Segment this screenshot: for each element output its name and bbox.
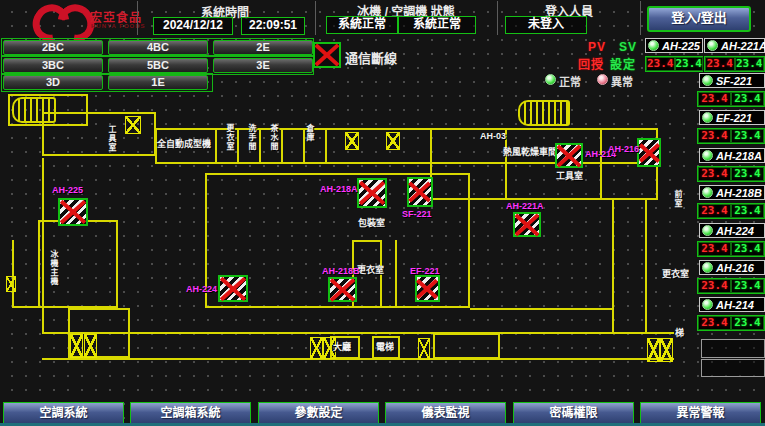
floor-button-3d[interactable]: 3D [3, 75, 103, 90]
equipment-ah-225[interactable]: AH-225 [645, 38, 703, 53]
login-logout-button[interactable]: 登入/登出 [647, 6, 751, 32]
wall [215, 130, 217, 164]
wall [12, 306, 40, 308]
equipment-label: AH-214 [716, 299, 754, 311]
pv-value: 23.4 [698, 316, 731, 330]
chiller-status-value: 系統正常 [326, 16, 398, 34]
header-divider [640, 1, 641, 35]
device-label-ah-224: AH-224 [186, 284, 217, 294]
hmi-screen: 宏亞食品 HUNYA FOODS 系統時間 2024/12/12 22:09:5… [0, 0, 765, 426]
comm-offline-label: 通信斷線 [345, 48, 397, 67]
floor-button-2e[interactable]: 2E [213, 40, 313, 55]
wall [645, 200, 647, 332]
floor-button-4bc[interactable]: 4BC [108, 40, 208, 55]
pv-value: 23.4 [698, 92, 731, 106]
equipment-label: AH-216 [716, 262, 754, 274]
equipment-values-ah-216: 23.423.4 [697, 278, 765, 294]
status-led-icon [702, 187, 713, 198]
equipment-ah-218b[interactable]: AH-218B [699, 185, 765, 200]
status-led-icon [648, 40, 659, 51]
wall [42, 332, 674, 334]
ahu-status-value: 系統正常 [398, 16, 476, 34]
floor-button-3e[interactable]: 3E [213, 58, 313, 73]
sv-sub-header: 設定 [610, 55, 636, 72]
device-label-ef-221: EF-221 [410, 266, 440, 276]
room-label: 梯 [675, 326, 684, 339]
device-status-ah-214[interactable] [555, 143, 583, 168]
header-divider [497, 1, 498, 35]
equipment-label: AH-224 [716, 225, 754, 237]
room-label: 前室 [672, 190, 683, 208]
equipment-ah-214[interactable]: AH-214 [699, 297, 765, 312]
door-hatch-icon [310, 337, 323, 359]
status-led-icon [707, 40, 718, 51]
equipment-values-ah-218a: 23.423.4 [697, 166, 765, 182]
room-label: 大廳 [333, 340, 351, 353]
sv-value: 23.4 [731, 279, 764, 293]
alarm-button[interactable]: 異常警報 [640, 402, 761, 425]
wall [259, 130, 261, 164]
wall [600, 130, 602, 198]
pv-value: 23.4 [698, 129, 731, 143]
sv-value: 23.4 [675, 57, 704, 71]
device-status-ah-225[interactable] [58, 198, 88, 226]
floor-button-1e[interactable]: 1E [108, 75, 208, 90]
sv-value: 23.4 [731, 167, 764, 181]
wall [42, 358, 674, 360]
status-led-icon [702, 150, 713, 161]
equipment-ah-224[interactable]: AH-224 [699, 223, 765, 238]
equipment-ef-221[interactable]: EF-221 [699, 110, 765, 125]
room-label: 更衣室 [357, 263, 384, 276]
device-status-ah-224[interactable] [218, 275, 248, 302]
room-label: 洗手間 [246, 124, 257, 151]
normal-led-icon [545, 74, 556, 85]
equipment-ah-218a[interactable]: AH-218A [699, 148, 765, 163]
wall [470, 308, 614, 310]
device-label-sf-221: SF-221 [402, 209, 432, 219]
floor-button-2bc[interactable]: 2BC [3, 40, 103, 55]
device-status-ah-218b[interactable] [328, 277, 357, 302]
ahu-system-button[interactable]: 空調箱系統 [130, 402, 251, 425]
header-divider [315, 1, 316, 35]
pv-value: 23.4 [698, 204, 731, 218]
floor-button-3bc[interactable]: 3BC [3, 58, 103, 73]
meter-monitor-button[interactable]: 儀表監視 [385, 402, 506, 425]
door-hatch-icon [647, 338, 660, 362]
device-status-sf-221[interactable] [407, 177, 433, 207]
floor-button-5bc[interactable]: 5BC [108, 58, 208, 73]
sv-value: 23.4 [731, 242, 764, 256]
equipment-sf-221[interactable]: SF-221 [699, 73, 765, 88]
equipment-values-ah-225: 23.423.4 [645, 56, 703, 72]
equipment-values-ah-221a: 23.423.4 [704, 56, 765, 72]
equipment-ah-221a[interactable]: AH-221A [704, 38, 765, 53]
password-auth-button[interactable]: 密碼權限 [513, 402, 634, 425]
device-label-ah-216: AH-216 [608, 144, 639, 154]
equipment-label: SF-221 [716, 75, 752, 87]
device-label-ah-218b: AH-218B [322, 266, 360, 276]
ac-system-button[interactable]: 空調系統 [3, 402, 124, 425]
abnormal-led-icon [597, 74, 608, 85]
equipment-ah-216[interactable]: AH-216 [699, 260, 765, 275]
sv-value: 23.4 [731, 316, 764, 330]
device-status-ah-216[interactable] [637, 138, 661, 167]
room-label: 茶水間 [268, 124, 279, 151]
pv-sub-header: 回授 [578, 55, 604, 72]
room-label: 倉庫 [304, 124, 315, 142]
login-status-value: 未登入 [505, 16, 587, 34]
pv-value: 23.4 [646, 57, 675, 71]
device-status-ah-221a[interactable] [513, 212, 541, 237]
sv-header: SV [619, 40, 637, 54]
pv-value: 23.4 [705, 57, 735, 71]
room-label: 工具室 [106, 125, 117, 152]
door-hatch-icon [660, 338, 673, 362]
device-status-ef-221[interactable] [415, 275, 440, 302]
param-settings-button[interactable]: 參數設定 [258, 402, 379, 425]
device-status-ah-218a[interactable] [357, 178, 387, 208]
door-hatch-icon [84, 334, 97, 358]
system-date-value: 2024/12/12 [153, 17, 233, 35]
device-label-ah-218a: AH-218A [320, 184, 358, 194]
equipment-values-ah-224: 23.423.4 [697, 241, 765, 257]
status-led-icon [702, 299, 713, 310]
room-outline [433, 333, 500, 359]
room-label: 更衣室 [224, 124, 235, 151]
